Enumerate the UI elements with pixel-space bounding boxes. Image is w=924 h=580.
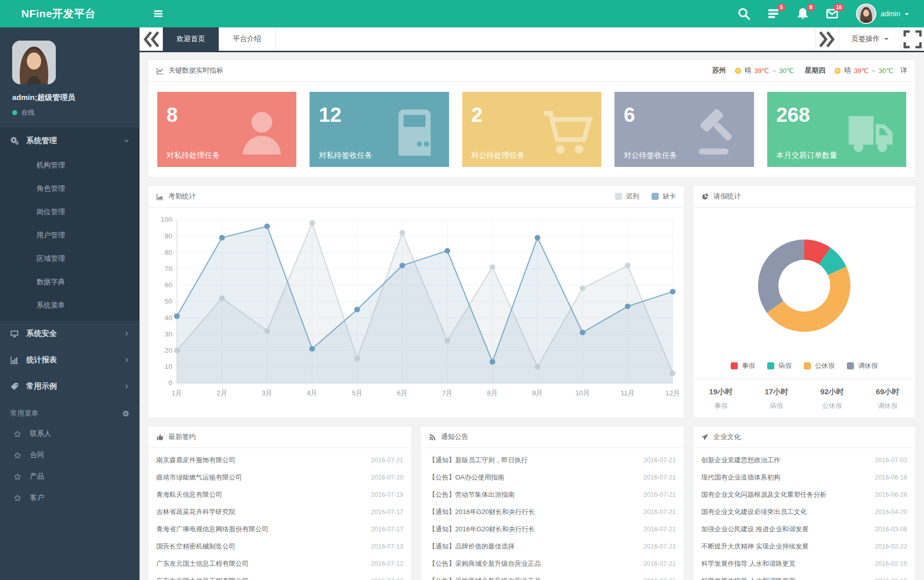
donut-slice-3[interactable] xyxy=(758,240,804,313)
app-root: NFine开发平台 5 8 16 admin admin;超级管理员 xyxy=(0,0,924,580)
tab-welcome-home[interactable]: 欢迎首页 xyxy=(163,27,219,51)
svg-text:8月: 8月 xyxy=(487,389,498,397)
fullscreen-button[interactable] xyxy=(901,27,924,51)
item-text: 国有企业文化问题根源及文化重塑任务分析 xyxy=(701,490,827,499)
leave-stats: 19小时事假17小时病假92小时公休假69小时调休假 xyxy=(693,379,915,418)
donut-legend-item-3[interactable]: 调休假 xyxy=(847,361,878,370)
gavel-icon xyxy=(693,106,746,159)
svg-text:1月: 1月 xyxy=(172,389,182,397)
list-item[interactable]: 国有企业文化建设必须突出员工文化2016-04-20 xyxy=(701,503,907,521)
donut-legend-item-1[interactable]: 病假 xyxy=(767,361,792,370)
sidebar-subitem-0-5[interactable]: 数据字典 xyxy=(0,270,140,294)
double-chevron-right-icon xyxy=(816,28,839,51)
online-status-label: 在线 xyxy=(21,108,35,117)
item-text: 科学发展作指导 人水和谐路更宽 xyxy=(701,559,796,568)
list-item[interactable]: 【公告】OA办公使用指南2016-07-21 xyxy=(429,469,676,486)
attendance-header: 考勤统计 迟到缺卡 xyxy=(148,186,684,208)
tab-actions-label: 页签操作 xyxy=(851,35,880,44)
legend-label: 迟到 xyxy=(626,192,639,201)
tabs-scroll-right-button[interactable] xyxy=(815,27,839,51)
weather-high: 39℃ xyxy=(755,67,769,75)
list-item[interactable]: 【通知】品牌价值的最佳选择2016-07-21 xyxy=(429,538,676,555)
thumbs-up-icon xyxy=(156,433,164,441)
sidebar-menu: 系统管理机构管理角色管理岗位管理用户管理区域管理数据字典系统菜单系统安全统计报表… xyxy=(0,127,140,399)
svg-text:7月: 7月 xyxy=(442,389,453,397)
menu-toggle-icon[interactable] xyxy=(153,8,164,19)
notifications-button[interactable]: 8 xyxy=(796,7,809,20)
app-logo: NFine开发平台 xyxy=(0,7,140,21)
list-item[interactable]: 曲靖市绿能燃气运输有限公司2016-07-20 xyxy=(156,469,403,486)
tabs-scroll-left-button[interactable] xyxy=(140,27,163,51)
list-item[interactable]: 国有企业文化问题根源及文化重塑任务分析2016-06-26 xyxy=(701,486,907,503)
messages-button[interactable]: 16 xyxy=(826,7,839,20)
avatar xyxy=(856,4,876,24)
list-item[interactable]: 【通知】2016年G20财长和央行行长2016-07-21 xyxy=(429,521,676,538)
list-item[interactable]: 青海航天信息有限公司2016-07-19 xyxy=(156,486,403,503)
list-item[interactable]: 【通知】新版员工守则，即日执行2016-07-21 xyxy=(429,452,676,469)
sidebar-item-1[interactable]: 系统安全 xyxy=(0,321,140,347)
weather-strip: 苏州 晴 39℃ ~ 30℃ 星期四 晴 39℃ xyxy=(712,66,907,75)
item-text: 吉林省蔬菜花卉科学研究院 xyxy=(156,507,235,517)
list-item[interactable]: 青海省广播电视信息网络股份有限公司2016-07-17 xyxy=(156,521,403,538)
item-date: 2016-07-21 xyxy=(643,457,676,464)
sidebar-subitem-0-0[interactable]: 机构管理 xyxy=(0,154,140,177)
favorite-item-3[interactable]: 客户 xyxy=(0,487,140,508)
list-item[interactable]: 【通知】2016年G20财长和央行行长2016-07-21 xyxy=(429,503,676,521)
weather-more-link[interactable]: 详 xyxy=(901,66,908,75)
search-button[interactable] xyxy=(737,7,750,20)
list-item[interactable]: 【公告】劳动节集体出游指南2016-07-21 xyxy=(429,486,676,503)
tab-actions-dropdown[interactable]: 页签操作 xyxy=(839,27,901,51)
list-item[interactable]: 广东友元国土信息工程有限公司2016-07-12 xyxy=(156,572,403,580)
stat-card-2[interactable]: 2对公待处理任务 xyxy=(462,92,601,167)
favorite-item-1[interactable]: 合同 xyxy=(0,445,140,466)
list-item[interactable]: 广东友元国土信息工程有限公司2016-07-12 xyxy=(156,555,403,572)
sidebar-item-2[interactable]: 统计报表 xyxy=(0,347,140,373)
menu-section-0: 系统管理机构管理角色管理岗位管理用户管理区域管理数据字典系统菜单 xyxy=(0,127,140,320)
list-item[interactable]: 科学发展作指导 人水和谐路更宽2016-02-15 xyxy=(701,555,907,572)
item-text: 【公告】劳动节集体出游指南 xyxy=(429,490,515,499)
sidebar-subitem-0-1[interactable]: 角色管理 xyxy=(0,177,140,200)
sidebar-subitem-0-4[interactable]: 区域管理 xyxy=(0,247,140,270)
list-item[interactable]: 南京森鹿皮件服饰有限公司2016-07-21 xyxy=(156,452,403,469)
list-item[interactable]: 吉林省蔬菜花卉科学研究院2016-07-17 xyxy=(156,503,403,521)
list-item[interactable]: 现代国有企业道德体系初构2016-06-18 xyxy=(701,469,907,486)
stat-value: 17小时 xyxy=(749,387,805,397)
legend-label: 缺卡 xyxy=(663,192,676,201)
tasks-button[interactable]: 5 xyxy=(767,7,780,20)
sidebar-item-0[interactable]: 系统管理 xyxy=(0,128,140,154)
list-item[interactable]: 不断提升大庆精神 实现企业持续发展2016-02-22 xyxy=(701,538,907,555)
stat-card-4[interactable]: 268本月交易订单数量 xyxy=(767,92,906,167)
leave-title: 请假统计 xyxy=(713,192,741,201)
sidebar-profile: admin;超级管理员 在线 xyxy=(0,27,140,127)
sidebar-item-3[interactable]: 常用示例 xyxy=(0,373,140,399)
donut-legend-item-2[interactable]: 公休假 xyxy=(804,361,835,370)
expand-icon xyxy=(901,28,924,51)
item-date: 2016-07-21 xyxy=(643,543,676,550)
list-item[interactable]: 创新企业党建思想政治工作2016-07-02 xyxy=(701,452,907,469)
sidebar-subitem-0-2[interactable]: 岗位管理 xyxy=(0,200,140,224)
list-item[interactable]: 科学发展作指导 人水和谐路更宽2016-02-15 xyxy=(701,572,907,580)
legend-item-0[interactable]: 迟到 xyxy=(615,192,639,201)
svg-text:11月: 11月 xyxy=(621,389,635,397)
user-menu[interactable]: admin xyxy=(856,4,909,24)
legend-item-1[interactable]: 缺卡 xyxy=(652,192,676,201)
stat-card-1[interactable]: 12对私待签收任务 xyxy=(310,92,449,167)
sidebar-subitem-0-6[interactable]: 系统菜单 xyxy=(0,294,140,317)
list-item[interactable]: 【公告】采购商城全新升级自营业正品2016-07-21 xyxy=(429,555,676,572)
donut-legend-item-0[interactable]: 事假 xyxy=(731,361,755,370)
stat-card-0[interactable]: 8对私待处理任务 xyxy=(157,92,296,167)
stat-card-3[interactable]: 6对公待签收任务 xyxy=(614,92,754,167)
sidebar-subitem-0-3[interactable]: 用户管理 xyxy=(0,224,140,247)
list-item[interactable]: 加强企业公民建设 推进企业和谐发展2016-03-08 xyxy=(701,521,907,538)
tab-platform-intro[interactable]: 平台介绍 xyxy=(219,27,276,51)
profile-avatar[interactable] xyxy=(12,41,56,84)
list-item[interactable]: 国营长空精密机械制造公司2016-07-13 xyxy=(156,538,403,555)
leave-body: 事假病假公休假调休假 19小时事假17小时病假92小时公休假69小时调休假 xyxy=(693,208,915,418)
svg-text:70: 70 xyxy=(164,265,173,272)
favorite-item-2[interactable]: 产品 xyxy=(0,466,140,487)
favorite-item-0[interactable]: 联系人 xyxy=(0,423,140,445)
search-icon xyxy=(737,7,750,20)
list-item[interactable]: 【公告】采购商城全新升级自营业正品2016-07-21 xyxy=(429,572,676,580)
gear-icon[interactable] xyxy=(122,410,129,417)
item-text: 科学发展作指导 人水和谐路更宽 xyxy=(701,576,796,580)
